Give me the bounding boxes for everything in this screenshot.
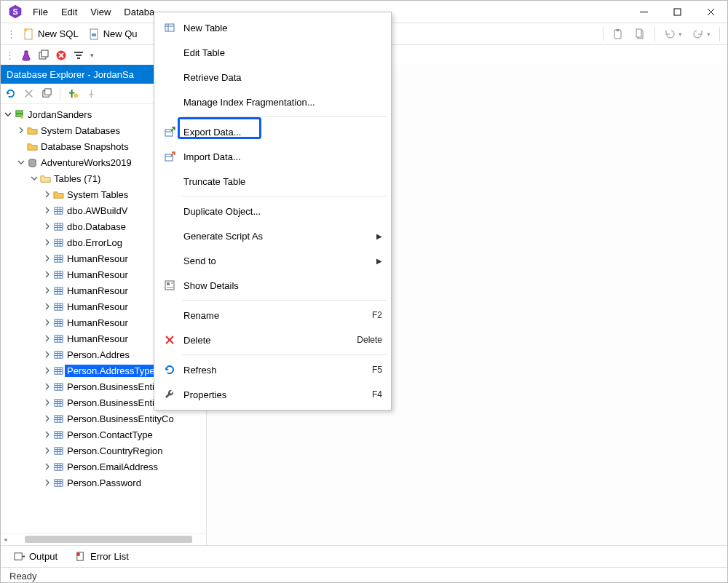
tree-item-label: Person.BusinessEntityCo bbox=[65, 413, 176, 425]
context-menu-item[interactable]: Import Data... bbox=[154, 144, 391, 169]
tree-item[interactable]: Person.CountryRegion bbox=[1, 443, 206, 459]
tree-item-label: Person.CountryRegion bbox=[65, 445, 165, 457]
context-menu-item[interactable]: Edit Table bbox=[154, 40, 391, 65]
tree-item-label: HumanResour bbox=[65, 317, 130, 329]
context-menu-item[interactable]: Rename F2 bbox=[154, 303, 391, 328]
svg-rect-56 bbox=[54, 287, 62, 293]
context-menu-label: Retrieve Data bbox=[179, 72, 382, 83]
context-menu-item[interactable]: Delete Delete bbox=[154, 328, 391, 352]
tree-item-label: HumanResour bbox=[65, 301, 130, 313]
status-text: Ready bbox=[9, 571, 37, 582]
add-connection-icon[interactable] bbox=[68, 88, 79, 99]
svg-rect-124 bbox=[165, 24, 174, 31]
menu-file[interactable]: File bbox=[27, 4, 54, 20]
refresh-icon bbox=[160, 364, 179, 376]
context-menu-label: Show Details bbox=[179, 280, 382, 291]
svg-rect-13 bbox=[636, 29, 641, 37]
context-menu-label: Edit Table bbox=[179, 47, 382, 58]
svg-rect-11 bbox=[617, 29, 619, 31]
paste-button[interactable] bbox=[608, 26, 628, 42]
context-menu-item[interactable]: Manage Index Fragmentation... bbox=[154, 90, 391, 114]
horizontal-scrollbar[interactable]: ◂ bbox=[1, 533, 206, 545]
svg-rect-91 bbox=[54, 399, 62, 405]
pin-icon[interactable] bbox=[86, 88, 97, 99]
delete-x-icon[interactable] bbox=[23, 88, 34, 99]
svg-point-7 bbox=[25, 29, 27, 31]
tree-item-icon bbox=[52, 253, 65, 264]
context-menu-item[interactable]: Generate Script As ▶ bbox=[154, 223, 391, 248]
context-menu-label: Rename bbox=[179, 310, 372, 321]
context-menu-item[interactable]: Properties F4 bbox=[154, 382, 391, 407]
svg-rect-46 bbox=[54, 255, 62, 261]
error-icon[interactable] bbox=[55, 49, 67, 61]
tree-item-label: JordanSanders bbox=[25, 108, 94, 121]
redo-button[interactable]: ▾ bbox=[688, 26, 715, 42]
clipboard-button[interactable] bbox=[630, 26, 650, 42]
tree-item[interactable]: Person.EmailAddress bbox=[1, 459, 206, 475]
wrench-icon bbox=[160, 389, 179, 400]
tree-item-label: Person.BusinessEntity bbox=[65, 381, 164, 393]
minimize-button[interactable] bbox=[627, 1, 660, 23]
svg-rect-51 bbox=[54, 271, 62, 277]
tree-item-icon bbox=[52, 381, 65, 392]
maximize-button[interactable] bbox=[660, 1, 694, 23]
bottom-tabs: Output Error List bbox=[1, 545, 727, 567]
refresh-icon[interactable] bbox=[5, 88, 16, 99]
svg-rect-27 bbox=[15, 110, 22, 113]
context-menu-shortcut: F4 bbox=[372, 389, 382, 400]
error-list-tab[interactable]: Error List bbox=[75, 551, 129, 562]
app-icon: S bbox=[8, 4, 23, 19]
tree-item-icon bbox=[52, 317, 65, 328]
context-menu-item[interactable]: Truncate Table bbox=[154, 169, 391, 194]
context-menu-label: Generate Script As bbox=[179, 231, 376, 242]
context-menu-shortcut: F5 bbox=[372, 365, 382, 375]
undo-button[interactable]: ▾ bbox=[660, 26, 687, 42]
context-menu[interactable]: New Table Edit Table Retrieve Data Manag… bbox=[154, 12, 392, 411]
submenu-arrow-icon: ▶ bbox=[376, 232, 382, 240]
new-query-button[interactable]: New Qu bbox=[84, 26, 142, 42]
tree-item-label: dbo.ErrorLog bbox=[65, 237, 124, 249]
tree-item[interactable]: Person.Password bbox=[1, 475, 206, 491]
context-menu-item[interactable]: Export Data... bbox=[154, 119, 391, 144]
context-menu-label: Refresh bbox=[179, 365, 372, 376]
context-menu-item[interactable]: Refresh F5 bbox=[154, 357, 391, 382]
list-filter-icon[interactable] bbox=[73, 49, 84, 61]
context-menu-item[interactable]: Retrieve Data bbox=[154, 65, 391, 90]
context-menu-label: Delete bbox=[179, 335, 357, 346]
tree-item-icon bbox=[52, 269, 65, 280]
tree-item-label: System Tables bbox=[65, 189, 130, 201]
table-icon bbox=[160, 22, 179, 33]
windows-stack-icon[interactable] bbox=[41, 88, 52, 99]
svg-rect-111 bbox=[54, 463, 62, 469]
windows-icon[interactable] bbox=[38, 49, 50, 61]
error-list-icon bbox=[75, 551, 86, 562]
svg-rect-31 bbox=[54, 207, 62, 213]
sql-file-icon bbox=[23, 28, 35, 40]
tree-item[interactable]: Person.BusinessEntityCo bbox=[1, 411, 206, 427]
svg-point-123 bbox=[76, 552, 80, 556]
svg-rect-132 bbox=[167, 282, 170, 285]
svg-rect-61 bbox=[54, 303, 62, 309]
delete-icon bbox=[160, 334, 179, 346]
context-menu-item[interactable]: Show Details bbox=[154, 273, 391, 298]
menu-edit[interactable]: Edit bbox=[55, 4, 83, 20]
tree-item-icon bbox=[25, 157, 39, 168]
tree-item-icon bbox=[52, 205, 65, 216]
menu-view[interactable]: View bbox=[84, 4, 116, 20]
context-menu-item[interactable]: Send to ▶ bbox=[154, 248, 391, 273]
tree-item[interactable]: Person.ContactType bbox=[1, 427, 206, 443]
flask-icon[interactable] bbox=[20, 49, 32, 61]
export-icon bbox=[160, 126, 179, 138]
close-button[interactable] bbox=[694, 1, 727, 23]
tree-item-label: HumanResour bbox=[65, 285, 130, 297]
tree-item-label: AdventureWorks2019 bbox=[39, 156, 134, 169]
output-tab[interactable]: Output bbox=[14, 551, 58, 562]
svg-rect-15 bbox=[41, 50, 48, 57]
new-sql-button[interactable]: New SQL bbox=[19, 26, 83, 42]
tree-item-icon bbox=[52, 429, 65, 440]
details-icon bbox=[160, 279, 179, 291]
svg-rect-121 bbox=[15, 553, 22, 560]
context-menu-item[interactable]: Duplicate Object... bbox=[154, 199, 391, 223]
context-menu-item[interactable]: New Table bbox=[154, 15, 391, 40]
tree-item-icon bbox=[52, 301, 65, 312]
